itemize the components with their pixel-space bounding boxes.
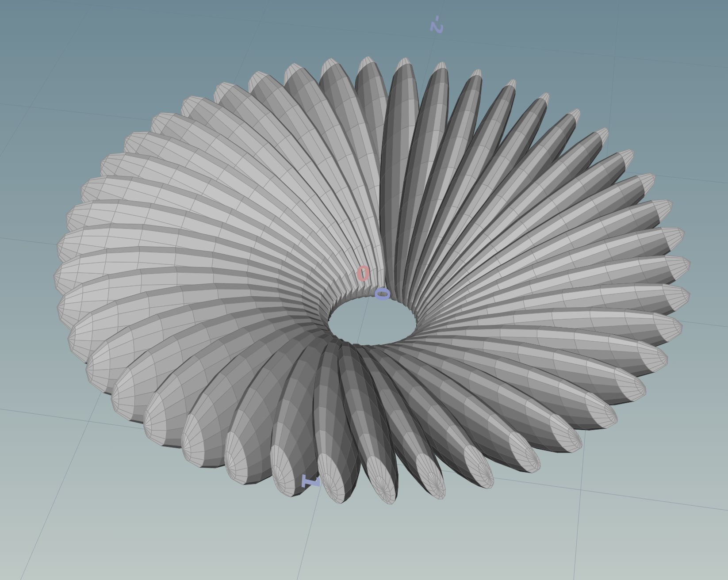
mesh-quad [342, 341, 349, 347]
mesh-quad [590, 311, 625, 318]
grid-label-z-0: 0 [370, 286, 395, 302]
mesh-quad [92, 199, 119, 203]
mesh-quad [466, 329, 500, 337]
mesh-quad [402, 78, 409, 103]
mesh-quad [215, 283, 250, 290]
grid-label-x-0: 0 [356, 261, 371, 287]
mesh-quad [552, 311, 590, 320]
mesh-quad [319, 385, 328, 408]
mesh-quad [409, 99, 415, 126]
mesh-quad [251, 296, 282, 302]
mesh-quad [500, 329, 537, 338]
mesh-quad [400, 126, 409, 160]
mesh-quad [401, 99, 409, 130]
viewport-3d[interactable]: -1 00-21 [0, 0, 728, 580]
mesh-quad [590, 317, 628, 327]
mesh-quad [385, 198, 392, 235]
mesh-quad [106, 252, 140, 262]
mesh-quad [392, 130, 401, 166]
mesh-quad [142, 272, 177, 285]
mesh-quad [319, 406, 326, 431]
mesh-quad [425, 336, 456, 339]
scene-canvas[interactable]: -1 00-21 [0, 0, 728, 580]
mesh-quad [391, 160, 400, 198]
